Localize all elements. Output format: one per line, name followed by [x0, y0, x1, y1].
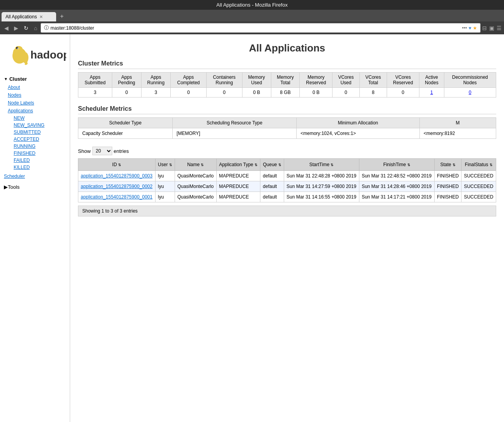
sidebar-item-about[interactable]: About — [0, 83, 70, 91]
sidebar-item-failed[interactable]: FAILED — [0, 157, 70, 164]
cell-start-time: Sun Mar 31 22:48:28 +0800 2019 — [284, 171, 359, 181]
hadoop-logo-container: hadoop — [0, 38, 70, 74]
address-bar: ⓘ ••• ♥ ★ — [41, 23, 481, 33]
library-icon[interactable]: ⊟ — [482, 25, 487, 31]
tab-close-button[interactable]: ✕ — [39, 14, 43, 20]
forward-button[interactable]: ▶ — [12, 24, 20, 32]
sidebar-item-submitted[interactable]: SUBMITTED — [0, 129, 70, 136]
sidebar-toggle-icon[interactable]: ▣ — [489, 25, 494, 31]
browser-toolbar: ◀ ▶ ↻ ⌂ ⓘ ••• ♥ ★ ⊟ ▣ ☰ — [0, 21, 504, 34]
table-row: application_1554012875900_0001 lyu Quasi… — [78, 192, 496, 202]
col-start-time[interactable]: StartTime ⇅ — [284, 159, 359, 171]
col-application-type[interactable]: Application Type ⇅ — [216, 159, 260, 171]
id-sort-icon: ⇅ — [118, 163, 121, 167]
active-tab[interactable]: All Applications ✕ — [2, 12, 56, 21]
sidebar-item-scheduler[interactable]: Scheduler — [0, 172, 70, 180]
val-apps-submitted: 3 — [78, 88, 112, 98]
sidebar-item-node-labels[interactable]: Node Labels — [0, 99, 70, 107]
col-memory-total: MemoryTotal — [271, 73, 300, 88]
col-vcores-reserved: VCoresReserved — [387, 73, 419, 88]
table-row: application_1554012875900_0002 lyu Quasi… — [78, 181, 496, 192]
sidebar-item-running[interactable]: RUNNING — [0, 143, 70, 150]
final-status-sort-icon: ⇅ — [490, 163, 493, 167]
cell-app-type: MAPREDUCE — [216, 181, 260, 192]
cell-final-status: SUCCEEDED — [462, 181, 496, 192]
star-icon[interactable]: ★ — [473, 25, 477, 31]
cell-finish-time: Sun Mar 31 14:28:46 +0800 2019 — [359, 181, 434, 192]
url-input[interactable] — [50, 25, 460, 31]
browser-title: All Applications - Mozilla Firefox — [216, 2, 288, 8]
menu-icon[interactable]: ☰ — [497, 25, 502, 31]
cell-user: lyu — [156, 171, 175, 181]
cluster-arrow-icon: ▼ — [4, 77, 8, 81]
col-memory-reserved: MemoryReserved — [300, 73, 332, 88]
col-decommissioned-nodes: DecommissionedNodes — [444, 73, 496, 88]
cell-app-type: MAPREDUCE — [216, 192, 260, 202]
col-active-nodes: ActiveNodes — [419, 73, 444, 88]
user-sort-icon: ⇅ — [169, 163, 172, 167]
val-apps-completed: 0 — [171, 88, 207, 98]
metrics-row: 3 0 3 0 0 0 B 8 GB 0 B 0 8 0 1 0 — [78, 88, 496, 98]
sidebar-tools-header[interactable]: ▶ Tools — [0, 183, 70, 191]
svg-point-4 — [13, 49, 17, 59]
hadoop-logo: hadoop — [4, 42, 66, 66]
show-label: Show — [78, 148, 91, 154]
cell-name: QuasiMonteCarlo — [175, 181, 216, 192]
entries-label: entries — [114, 148, 129, 154]
sidebar-item-new[interactable]: NEW — [0, 115, 70, 122]
cell-finish-time: Sun Mar 31 14:17:21 +0800 2019 — [359, 192, 434, 202]
sidebar-item-nodes[interactable]: Nodes — [0, 91, 70, 99]
sidebar-item-new-saving[interactable]: NEW_SAVING — [0, 122, 70, 129]
col-queue[interactable]: Queue ⇅ — [260, 159, 284, 171]
home-button[interactable]: ⌂ — [32, 24, 39, 32]
cluster-section-header[interactable]: ▼ Cluster — [0, 74, 70, 83]
col-minimum-allocation: Minimum Allocation — [297, 118, 420, 128]
scheduler-row: Capacity Scheduler [MEMORY] <memory:1024… — [78, 128, 496, 139]
col-apps-running: AppsRunning — [141, 73, 171, 88]
new-tab-button[interactable]: + — [57, 11, 67, 21]
state-sort-icon: ⇅ — [453, 163, 456, 167]
sidebar-item-applications[interactable]: Applications — [0, 107, 70, 115]
showing-text: Showing 1 to 3 of 3 entries — [78, 206, 496, 216]
back-button[interactable]: ◀ — [2, 24, 11, 32]
cell-id[interactable]: application_1554012875900_0002 — [78, 181, 156, 192]
cell-user: lyu — [156, 192, 175, 202]
cell-queue: default — [260, 171, 284, 181]
svg-point-6 — [18, 48, 18, 49]
cluster-label: Cluster — [9, 76, 27, 82]
val-vcores-reserved: 0 — [387, 88, 419, 98]
col-state[interactable]: State ⇅ — [434, 159, 461, 171]
reload-button[interactable]: ↻ — [22, 24, 30, 32]
sidebar-item-killed[interactable]: KILLED — [0, 164, 70, 171]
cell-state: FINISHED — [434, 192, 461, 202]
cell-final-status: SUCCEEDED — [462, 171, 496, 181]
scheduler-metrics-title: Scheduler Metrics — [78, 105, 496, 114]
entries-select[interactable]: 20 10 50 100 — [92, 147, 112, 155]
sidebar-item-accepted[interactable]: ACCEPTED — [0, 136, 70, 143]
col-finish-time[interactable]: FinishTime ⇅ — [359, 159, 434, 171]
tools-label: Tools — [8, 184, 19, 190]
cell-id[interactable]: application_1554012875900_0001 — [78, 192, 156, 202]
val-decommissioned-nodes[interactable]: 0 — [444, 88, 496, 98]
col-apps-pending: AppsPending — [112, 73, 141, 88]
bookmark-heart-icon[interactable]: ♥ — [469, 25, 471, 31]
col-final-status[interactable]: FinalStatus ⇅ — [462, 159, 496, 171]
tab-label: All Applications — [5, 14, 37, 20]
scheduler-metrics-section: Scheduler Metrics Scheduler Type Schedul… — [78, 105, 496, 139]
cell-name: QuasiMonteCarlo — [175, 171, 216, 181]
cell-app-type: MAPREDUCE — [216, 171, 260, 181]
applications-section: Show 20 10 50 100 entries ID ⇅ User ⇅ Na… — [78, 147, 496, 216]
col-id[interactable]: ID ⇅ — [78, 159, 156, 171]
cluster-metrics-table: AppsSubmitted AppsPending AppsRunning Ap… — [78, 72, 496, 98]
start-time-sort-icon: ⇅ — [331, 163, 334, 167]
sidebar-item-finished[interactable]: FINISHED — [0, 150, 70, 157]
sidebar: hadoop ▼ Cluster About Nodes Node Labels… — [0, 34, 70, 422]
val-apps-running: 3 — [141, 88, 171, 98]
col-user[interactable]: User ⇅ — [156, 159, 175, 171]
cell-id[interactable]: application_1554012875900_0003 — [78, 171, 156, 181]
col-name[interactable]: Name ⇅ — [175, 159, 216, 171]
table-row: application_1554012875900_0003 lyu Quasi… — [78, 171, 496, 181]
val-active-nodes[interactable]: 1 — [419, 88, 444, 98]
cluster-metrics-title: Cluster Metrics — [78, 60, 496, 69]
page-wrapper: hadoop ▼ Cluster About Nodes Node Labels… — [0, 34, 504, 422]
